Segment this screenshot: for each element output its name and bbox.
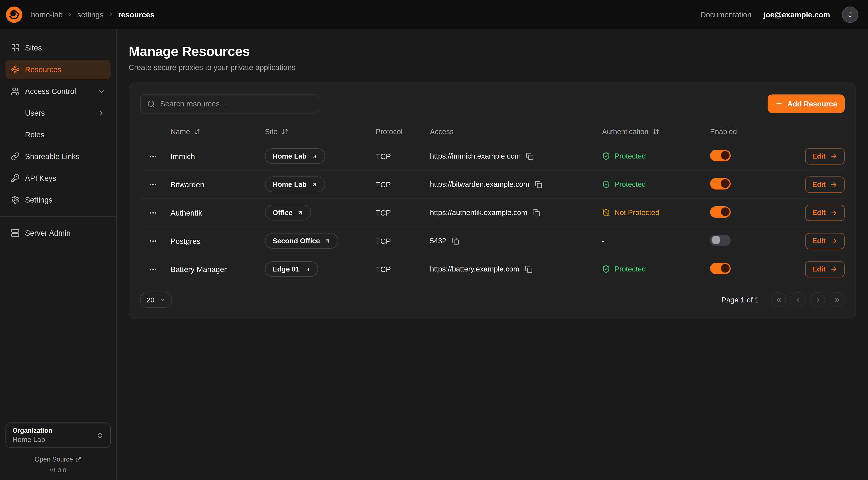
site-link[interactable]: Home Lab [265, 148, 325, 164]
site-link[interactable]: Second Office [265, 233, 338, 249]
user-email[interactable]: joe@example.com [764, 10, 830, 19]
site-name: Office [273, 209, 292, 217]
protocol: TCP [376, 152, 430, 160]
access-url: https://immich.example.com [430, 152, 521, 160]
auth-label: Protected [615, 152, 646, 160]
org-selector[interactable]: Organization Home Lab [5, 422, 111, 448]
sidebar-item-settings[interactable]: Settings [5, 190, 111, 210]
previous-page-button[interactable] [790, 292, 806, 307]
column-header-enabled: Enabled [710, 127, 785, 136]
page-label: Page 1 of 1 [721, 296, 759, 304]
org-selector-value: Home Lab [12, 436, 52, 444]
next-page-button[interactable] [810, 292, 825, 307]
site-link[interactable]: Office [265, 205, 311, 220]
table-row: Postgres Second Office TCP 5432 - Edit [140, 227, 845, 254]
version-label: v1.3.0 [5, 467, 111, 474]
main-content: Manage Resources Create secure proxies t… [117, 29, 868, 480]
server-icon [11, 229, 20, 237]
sidebar-divider [0, 216, 116, 217]
sidebar-item-label: Shareable Links [25, 152, 80, 161]
site-name: Edge 01 [273, 265, 300, 273]
enabled-toggle[interactable] [710, 178, 731, 189]
column-header-authentication[interactable]: Authentication [602, 127, 710, 136]
row-menu-button[interactable] [147, 234, 160, 247]
enabled-toggle[interactable] [710, 206, 731, 217]
sidebar-item-resources[interactable]: Resources [5, 60, 111, 79]
row-menu-button[interactable] [147, 150, 160, 163]
auth-label: Not Protected [615, 209, 659, 217]
protocol: TCP [376, 208, 430, 217]
breadcrumb-org[interactable]: home-lab [31, 10, 63, 19]
arrow-right-icon [830, 265, 838, 273]
breadcrumb-current: resources [118, 10, 155, 19]
table-row: Immich Home Lab TCP https://immich.examp… [140, 142, 845, 170]
plus-icon [775, 100, 783, 108]
add-resource-button[interactable]: Add Resource [768, 94, 845, 113]
row-menu-button[interactable] [147, 206, 160, 219]
shield-check-icon [602, 152, 610, 160]
enabled-toggle[interactable] [710, 234, 731, 246]
search-box [140, 94, 319, 114]
sidebar-item-api-keys[interactable]: API Keys [5, 168, 111, 188]
copy-icon[interactable] [533, 209, 540, 216]
chevrons-right-icon [834, 296, 841, 303]
arrow-right-icon [830, 209, 838, 216]
sidebar-item-shareable-links[interactable]: Shareable Links [5, 147, 111, 166]
edit-button[interactable]: Edit [805, 233, 845, 249]
shield-off-icon [602, 209, 610, 217]
row-menu-button[interactable] [147, 178, 160, 191]
protocol: TCP [376, 237, 430, 245]
copy-icon[interactable] [452, 237, 459, 245]
shield-check-icon [602, 180, 610, 188]
column-header-name[interactable]: Name [170, 127, 265, 136]
shield-check-icon [602, 265, 610, 273]
edit-button[interactable]: Edit [805, 148, 845, 164]
pangolin-logo[interactable] [5, 6, 23, 23]
open-source-link[interactable]: Open Source [5, 456, 111, 463]
copy-icon[interactable] [526, 152, 534, 160]
table-row: Battery Manager Edge 01 TCP https://batt… [140, 254, 845, 283]
enabled-toggle[interactable] [710, 150, 731, 161]
first-page-button[interactable] [771, 292, 786, 307]
table-body: Immich Home Lab TCP https://immich.examp… [140, 142, 845, 283]
enabled-toggle[interactable] [710, 263, 731, 274]
site-link[interactable]: Home Lab [265, 177, 325, 192]
edit-button[interactable]: Edit [805, 176, 845, 192]
external-link-icon [75, 456, 82, 462]
chevrons-up-down-icon [96, 431, 104, 439]
sidebar-item-access-control[interactable]: Access Control [5, 82, 111, 101]
edit-button[interactable]: Edit [805, 205, 845, 221]
page-size-select[interactable]: 20 [140, 292, 172, 308]
page-title: Manage Resources [129, 43, 856, 59]
resource-name: Postgres [170, 237, 265, 245]
column-header-site[interactable]: Site [265, 127, 376, 136]
copy-icon[interactable] [525, 265, 532, 273]
sidebar-item-roles[interactable]: Roles [5, 125, 111, 144]
documentation-link[interactable]: Documentation [701, 10, 752, 19]
ellipsis-icon [149, 152, 157, 160]
sidebar: Sites Resources Access Control Users Rol… [0, 29, 117, 480]
page-size-value: 20 [147, 296, 154, 304]
avatar[interactable]: J [842, 6, 858, 23]
row-menu-button[interactable] [147, 263, 160, 276]
grid-icon [11, 43, 20, 52]
add-resource-label: Add Resource [787, 100, 837, 108]
last-page-button[interactable] [830, 292, 845, 307]
search-input[interactable] [160, 99, 312, 108]
sidebar-item-sites[interactable]: Sites [5, 38, 111, 58]
copy-icon[interactable] [535, 181, 542, 188]
resources-card: Add Resource Name Site [129, 83, 856, 319]
app-window: home-lab settings resources Documentatio… [0, 0, 868, 480]
sidebar-item-server-admin[interactable]: Server Admin [5, 223, 111, 243]
sidebar-item-label: Roles [25, 130, 44, 139]
column-header-access: Access [430, 127, 602, 136]
chevron-right-icon [97, 109, 105, 117]
auth-status: Protected [602, 265, 710, 273]
breadcrumb-settings[interactable]: settings [77, 10, 103, 19]
site-link[interactable]: Edge 01 [265, 261, 318, 277]
edit-button[interactable]: Edit [805, 261, 845, 277]
chevron-down-icon [159, 297, 166, 303]
sidebar-item-users[interactable]: Users [5, 103, 111, 123]
site-name: Home Lab [273, 152, 307, 160]
sidebar-item-label: Access Control [25, 87, 76, 96]
